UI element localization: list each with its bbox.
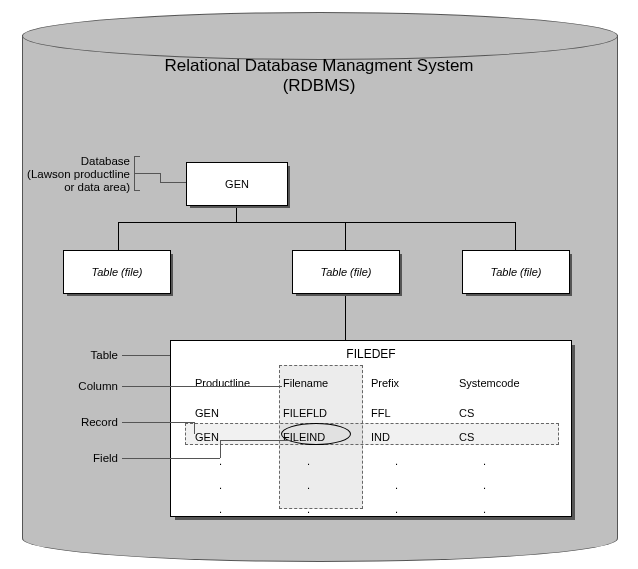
filedef-title: FILEDEF xyxy=(171,347,571,361)
label-database-sub1: (Lawson productline xyxy=(12,168,130,180)
dot: . xyxy=(459,503,547,515)
cylinder-top xyxy=(22,12,618,60)
cell: GEN xyxy=(195,431,283,443)
dot: . xyxy=(195,503,283,515)
dot: . xyxy=(371,455,459,467)
table-row-dots: . . . . xyxy=(195,449,547,473)
dot: . xyxy=(283,479,371,491)
cell: GEN xyxy=(195,407,283,419)
col-header-1: Filename xyxy=(283,377,371,389)
cell: CS xyxy=(459,407,547,419)
diagram-canvas: Relational Database Managment System (RD… xyxy=(0,0,638,569)
cell: FFL xyxy=(371,407,459,419)
title-line-2: (RDBMS) xyxy=(0,76,638,96)
cell: FILEIND xyxy=(283,431,371,443)
label-record: Record xyxy=(48,416,118,428)
child-box-2-label: Table (file) xyxy=(491,266,542,278)
cell: IND xyxy=(371,431,459,443)
table-header-row: Productline Filename Prefix Systemcode xyxy=(195,371,547,395)
dot: . xyxy=(195,455,283,467)
dot: . xyxy=(283,455,371,467)
table-row-dots: . . . . xyxy=(195,497,547,521)
cell: FILEFLD xyxy=(283,407,371,419)
dot: . xyxy=(283,503,371,515)
child-box-0: Table (file) xyxy=(63,250,171,294)
title-line-1: Relational Database Managment System xyxy=(0,56,638,76)
col-header-3: Systemcode xyxy=(459,377,547,389)
label-column: Column xyxy=(48,380,118,392)
label-table: Table xyxy=(48,349,118,361)
root-box-label: GEN xyxy=(225,178,249,190)
table-row: GEN FILEIND IND CS xyxy=(195,425,547,449)
dot: . xyxy=(459,479,547,491)
table-row-dots: . . . . xyxy=(195,473,547,497)
child-box-1: Table (file) xyxy=(292,250,400,294)
dot: . xyxy=(371,479,459,491)
col-header-2: Prefix xyxy=(371,377,459,389)
col-header-0: Productline xyxy=(195,377,283,389)
cell: CS xyxy=(459,431,547,443)
dot: . xyxy=(195,479,283,491)
root-box: GEN xyxy=(186,162,288,206)
label-database: Database xyxy=(12,155,130,167)
label-database-sub2: or data area) xyxy=(12,181,130,193)
dot: . xyxy=(371,503,459,515)
table-row: GEN FILEFLD FFL CS xyxy=(195,401,547,425)
child-box-0-label: Table (file) xyxy=(92,266,143,278)
dot: . xyxy=(459,455,547,467)
label-field: Field xyxy=(48,452,118,464)
filedef-panel: FILEDEF Productline Filename Prefix Syst… xyxy=(170,340,572,517)
child-box-2: Table (file) xyxy=(462,250,570,294)
child-box-1-label: Table (file) xyxy=(321,266,372,278)
